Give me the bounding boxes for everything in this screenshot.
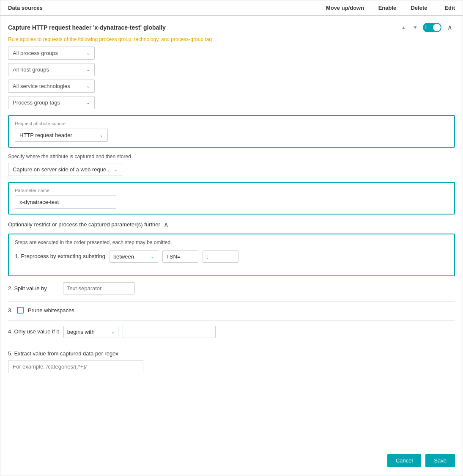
- all-process-groups-dropdown[interactable]: All process groups ⌄: [8, 47, 95, 60]
- step1-input2[interactable]: [203, 250, 238, 263]
- header-delete: Delete: [404, 5, 434, 11]
- step2-separator-input[interactable]: [63, 282, 135, 294]
- content-area: Capture HTTP request header 'x-dynatrace…: [0, 16, 463, 388]
- header-edit: Edit: [434, 5, 455, 11]
- chevron-down-icon: ⌄: [99, 132, 103, 138]
- all-service-technologies-row: All service technologies ⌄: [8, 80, 455, 93]
- request-attribute-source-label: Request attribute source: [15, 121, 448, 126]
- process-group-tags-label: Process group tags: [13, 99, 60, 106]
- move-down-button[interactable]: ▼: [411, 24, 419, 31]
- process-group-tags-row: Process group tags ⌄: [8, 96, 455, 109]
- save-button[interactable]: Save: [425, 454, 455, 467]
- collapse-optional-icon[interactable]: ∧: [164, 220, 169, 228]
- process-group-tags-dropdown[interactable]: Process group tags ⌄: [8, 96, 95, 109]
- step5-row: 5. Extract value from captured data per …: [8, 350, 455, 373]
- page-container: Data sources Move up/down Enable Delete …: [0, 0, 463, 476]
- header-enable: Enable: [370, 5, 404, 11]
- cancel-button[interactable]: Cancel: [387, 454, 421, 467]
- request-attribute-source-section: Request attribute source HTTP request he…: [8, 115, 455, 148]
- step5-regex-input[interactable]: [8, 360, 143, 373]
- header-move-updown: Move up/down: [320, 5, 370, 11]
- parameter-name-section: Parameter name: [8, 182, 455, 215]
- step1-row: 1. Preprocess by extracting substring be…: [15, 250, 448, 263]
- chevron-down-icon: ⌄: [86, 67, 90, 72]
- chevron-down-icon: ⌄: [114, 167, 118, 172]
- all-service-technologies-label: All service technologies: [13, 83, 70, 89]
- rule-controls: ▲ ▼ I ∧: [399, 22, 455, 32]
- chevron-down-icon: ⌄: [86, 83, 90, 89]
- request-attribute-source-value: HTTP request header: [19, 132, 72, 138]
- capture-dropdown-row: Capture on server side of a web reque...…: [8, 163, 455, 176]
- all-host-groups-label: All host groups: [13, 66, 49, 73]
- prune-whitespaces-checkbox[interactable]: [17, 307, 24, 314]
- all-service-technologies-dropdown[interactable]: All service technologies ⌄: [8, 80, 95, 93]
- specify-text: Specify where the attribute is captured …: [8, 154, 455, 160]
- step1-input1[interactable]: [162, 250, 198, 263]
- bottom-actions: Cancel Save: [380, 446, 463, 476]
- header-row: Data sources Move up/down Enable Delete …: [0, 0, 463, 16]
- steps-info-text: Steps are executed in the order presente…: [15, 239, 448, 245]
- toggle-knob: [433, 24, 441, 31]
- optional-restrict-row: Optionally restrict or process the captu…: [8, 220, 455, 228]
- step2-label: 2. Split value by: [8, 285, 59, 292]
- capture-dropdown-value: Capture on server side of a web reque...: [13, 166, 111, 173]
- step4-begins-with-dropdown[interactable]: begins with ⌄: [63, 326, 118, 338]
- step4-value-input[interactable]: [123, 326, 216, 338]
- collapse-button[interactable]: ∧: [445, 22, 455, 32]
- all-host-groups-dropdown[interactable]: All host groups ⌄: [8, 63, 95, 76]
- enable-toggle[interactable]: I: [423, 23, 441, 32]
- step4-row: 4. Only use value if it begins with ⌄: [8, 326, 455, 338]
- chevron-down-icon: ⌄: [111, 329, 115, 335]
- all-host-groups-row: All host groups ⌄: [8, 63, 455, 76]
- request-attribute-source-dropdown[interactable]: HTTP request header ⌄: [15, 129, 108, 142]
- step1-label: 1. Preprocess by extracting substring: [15, 253, 105, 260]
- all-process-groups-row: All process groups ⌄: [8, 47, 455, 60]
- step2-row: 2. Split value by: [8, 282, 455, 294]
- step1-between-dropdown[interactable]: between ⌄: [110, 250, 158, 263]
- rule-title: Capture HTTP request header 'x-dynatrace…: [8, 24, 399, 31]
- all-process-groups-label: All process groups: [13, 50, 58, 56]
- rule-applies-text: Rule applies to requests of the followin…: [8, 36, 455, 42]
- move-up-button[interactable]: ▲: [399, 24, 408, 31]
- chevron-down-icon: ⌄: [86, 50, 90, 56]
- step2-divider: [8, 301, 455, 302]
- step5-label: 5. Extract value from captured data per …: [8, 350, 118, 357]
- steps-section: Steps are executed in the order presente…: [8, 234, 455, 276]
- parameter-name-label: Parameter name: [15, 188, 448, 193]
- step1-dropdown-value: between: [113, 253, 134, 260]
- step3-row: 3. Prune whitespaces: [8, 307, 455, 314]
- toggle-label: I: [425, 25, 427, 30]
- step4-dropdown-value: begins with: [67, 329, 95, 335]
- chevron-down-icon: ⌄: [151, 254, 154, 259]
- header-data-sources: Data sources: [8, 5, 320, 11]
- capture-dropdown[interactable]: Capture on server side of a web reque...…: [8, 163, 122, 176]
- chevron-down-icon: ⌄: [86, 100, 90, 105]
- rule-title-row: Capture HTTP request header 'x-dynatrace…: [8, 22, 455, 32]
- step3-divider: [8, 320, 455, 321]
- step4-divider: [8, 345, 455, 345]
- parameter-name-input[interactable]: [15, 195, 116, 209]
- step3-number: 3.: [8, 307, 13, 314]
- optional-restrict-text: Optionally restrict or process the captu…: [8, 221, 160, 228]
- step4-label: 4. Only use value if it: [8, 328, 59, 336]
- prune-whitespaces-label: Prune whitespaces: [28, 307, 74, 314]
